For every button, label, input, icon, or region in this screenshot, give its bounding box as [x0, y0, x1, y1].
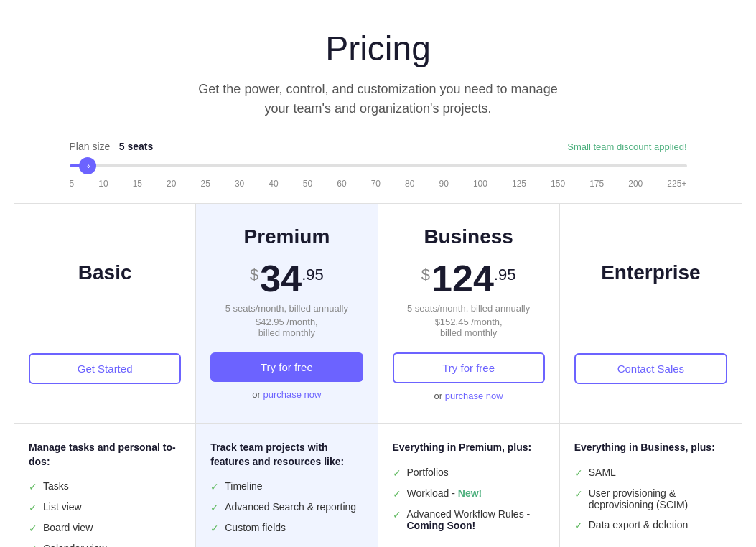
feature-label: Board view — [43, 522, 93, 533]
page-header: Pricing Get the power, control, and cust… — [14, 29, 742, 118]
enterprise-features-title: Everything in Business, plus: — [574, 441, 727, 455]
slider-tick: 40 — [269, 179, 278, 189]
business-purchase-link[interactable]: purchase now — [445, 391, 503, 401]
slider-tick: 125 — [512, 179, 526, 189]
slider-tick: 225+ — [667, 179, 686, 189]
feature-item: ✓ Board view — [29, 522, 181, 534]
feature-label: Advanced Workflow Rules - Coming Soon! — [407, 508, 545, 531]
plan-business: Business $ 124 .95 5 seats/month, billed… — [378, 204, 560, 423]
slider-labels: 5 10 15 20 25 30 40 50 60 70 80 90 100 1… — [70, 179, 687, 189]
premium-price-monthly: $42.95 /month,billed monthly — [210, 317, 363, 338]
enterprise-features: Everything in Business, plus: ✓ SAML ✓ U… — [560, 424, 742, 547]
pricing-table-header: Basic Get Started Premium $ 34 .95 5 sea… — [14, 203, 742, 423]
business-features-title: Everything in Premium, plus: — [393, 441, 545, 455]
plan-size-slider-section: Plan size 5 seats Small team discount ap… — [55, 140, 701, 189]
slider-track: ‹› — [70, 164, 687, 167]
slider-tick: 10 — [98, 179, 108, 189]
premium-purchase-link[interactable]: purchase now — [263, 389, 321, 400]
plan-basic-name: Basic — [29, 261, 181, 284]
slider-tick: 25 — [201, 179, 210, 189]
discount-label: Small team discount applied! — [567, 141, 686, 152]
plan-basic: Basic Get Started — [14, 204, 196, 423]
enterprise-cta-button[interactable]: Contact Sales — [574, 353, 727, 384]
check-icon: ✓ — [574, 467, 583, 479]
feature-label: SAML — [589, 467, 616, 478]
premium-price-cents: .95 — [302, 266, 324, 284]
plan-size-value: 5 seats — [119, 141, 153, 152]
premium-features-title: Track team projects with features and re… — [210, 441, 363, 469]
plan-premium-name: Premium — [210, 225, 363, 248]
slider-tick: 5 — [70, 179, 75, 189]
feature-label: Portfolios — [407, 467, 449, 478]
premium-price-main: 34 — [260, 260, 302, 297]
business-features: Everything in Premium, plus: ✓ Portfolio… — [378, 424, 560, 547]
slider-thumb[interactable]: ‹› — [79, 157, 96, 174]
basic-features-title: Manage tasks and personal to-dos: — [29, 441, 181, 469]
slider-tick: 20 — [167, 179, 176, 189]
feature-item: ✓ User provisioning & deprovisioning (SC… — [574, 487, 727, 510]
business-price-monthly: $152.45 /month,billed monthly — [393, 317, 545, 338]
plan-size-label: Plan size — [70, 141, 111, 152]
check-icon: ✓ — [29, 481, 37, 492]
slider-tick: 80 — [405, 179, 414, 189]
premium-purchase-link-area: or purchase now — [210, 389, 363, 400]
feature-item: ✓ Advanced Workflow Rules - Coming Soon! — [393, 508, 545, 531]
feature-item: ✓ SAML — [574, 467, 727, 479]
slider-tick: 50 — [303, 179, 312, 189]
slider-tick: 200 — [628, 179, 643, 189]
slider-tick: 15 — [133, 179, 142, 189]
feature-item: ✓ Timeline — [210, 480, 363, 492]
plan-enterprise-name: Enterprise — [574, 261, 727, 284]
feature-label: List view — [43, 501, 82, 513]
feature-item: ✓ Custom fields — [210, 522, 363, 534]
premium-price-display: $ 34 .95 — [210, 260, 363, 297]
slider-container[interactable]: ‹› — [70, 159, 687, 173]
check-icon: ✓ — [29, 543, 37, 547]
check-icon: ✓ — [210, 502, 219, 513]
slider-tick: 175 — [589, 179, 604, 189]
feature-item: ✓ Advanced Search & reporting — [210, 501, 363, 513]
check-icon: ✓ — [393, 467, 401, 479]
feature-item: ✓ Tasks — [29, 480, 181, 492]
check-icon: ✓ — [29, 523, 37, 534]
feature-item: ✓ List view — [29, 501, 181, 513]
check-icon: ✓ — [393, 509, 401, 520]
business-price-main: 124 — [431, 260, 494, 297]
feature-item: ✓ Calendar view — [29, 543, 181, 547]
feature-label: Workload - New! — [407, 487, 482, 499]
premium-currency: $ — [250, 266, 258, 284]
premium-price-period: 5 seats/month, billed annually — [210, 303, 363, 314]
business-currency: $ — [421, 266, 430, 284]
slider-tick: 90 — [439, 179, 448, 189]
feature-label: Timeline — [225, 480, 262, 492]
check-icon: ✓ — [210, 481, 219, 492]
plan-business-name: Business — [393, 225, 545, 248]
check-icon: ✓ — [574, 520, 583, 531]
business-cta-button[interactable]: Try for free — [393, 352, 545, 383]
slider-arrows-icon: ‹› — [87, 162, 89, 170]
coming-soon-badge: Coming Soon! — [407, 520, 476, 531]
new-badge: New! — [458, 487, 482, 499]
slider-tick: 30 — [235, 179, 244, 189]
business-price-cents: .95 — [494, 266, 516, 284]
feature-label: User provisioning & deprovisioning (SCIM… — [589, 487, 727, 510]
plan-premium: Premium $ 34 .95 5 seats/month, billed a… — [196, 204, 378, 423]
feature-item: ✓ Portfolios — [393, 467, 545, 479]
features-table: Manage tasks and personal to-dos: ✓ Task… — [14, 423, 742, 547]
slider-tick: 100 — [473, 179, 487, 189]
premium-cta-button[interactable]: Try for free — [210, 352, 363, 382]
premium-features: Track team projects with features and re… — [196, 424, 378, 547]
check-icon: ✓ — [574, 488, 583, 500]
business-purchase-link-area: or purchase now — [393, 391, 545, 401]
feature-label: Custom fields — [225, 522, 286, 533]
basic-cta-button[interactable]: Get Started — [29, 353, 181, 384]
slider-tick: 70 — [371, 179, 381, 189]
check-icon: ✓ — [210, 523, 219, 534]
slider-tick: 60 — [337, 179, 346, 189]
feature-label: Data export & deletion — [589, 519, 689, 530]
page-title: Pricing — [14, 29, 742, 68]
business-price-display: $ 124 .95 — [393, 260, 545, 297]
check-icon: ✓ — [29, 502, 37, 513]
check-icon: ✓ — [393, 488, 401, 500]
page-subtitle: Get the power, control, and customizatio… — [14, 80, 742, 118]
